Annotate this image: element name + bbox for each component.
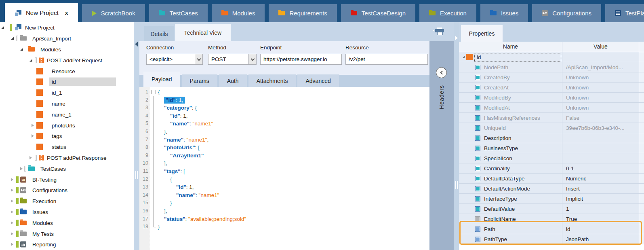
collapse-right-icon[interactable] — [455, 36, 458, 40]
code-line[interactable]: 10], — [139, 159, 429, 167]
code-line[interactable]: 5"name": "name1" — [139, 120, 429, 128]
code-line[interactable]: 11"tags": [ — [139, 167, 429, 176]
method-select[interactable]: POST — [208, 54, 257, 65]
expander-closed-icon[interactable] — [11, 178, 13, 181]
code-line[interactable]: 1−{ — [139, 88, 429, 96]
tab-technical-view[interactable]: Technical View — [175, 24, 231, 41]
tree-item-modules[interactable]: Modules — [0, 217, 134, 228]
tree-item-bi-testing[interactable]: BIBI-Testing — [0, 174, 134, 185]
tree-item-reporting[interactable]: Reporting — [0, 239, 134, 250]
code-line[interactable]: 17"status": "available;pending;sold" — [139, 215, 429, 223]
tree-item-post-addpet-response[interactable]: POST addPet Response — [0, 153, 134, 163]
fold-collapse-icon[interactable]: − — [152, 90, 156, 94]
collapse-left-icon[interactable] — [135, 42, 138, 47]
code-line[interactable]: 7"name": "name1", — [139, 136, 429, 144]
tree-item-configurations[interactable]: Configurations — [0, 185, 134, 196]
prop-row-createdby[interactable]: CreatedByUnknown — [459, 72, 644, 83]
tree-item-testcases[interactable]: TestCases — [0, 163, 134, 174]
top-tab-configurations[interactable]: Configurations — [532, 4, 601, 22]
tree-item-photourls[interactable]: photoUrls — [0, 120, 134, 131]
tree-item-resource[interactable]: Resource — [0, 66, 134, 76]
code-line[interactable]: 3"category": { — [139, 104, 429, 112]
tree-item-name[interactable]: name — [0, 98, 134, 109]
right-splitter-grip[interactable] — [455, 181, 458, 189]
top-tab-execution[interactable]: Execution — [419, 4, 476, 22]
code-line[interactable]: 18} — [139, 223, 429, 231]
expander-closed-icon[interactable] — [11, 232, 13, 235]
prop-row-modifiedat[interactable]: ModifiedAtUnknown — [459, 103, 644, 113]
prop-row-uniqueid[interactable]: UniqueId39ee7b6b-86b3-e340-... — [459, 123, 644, 133]
expander-open-icon[interactable] — [1, 26, 4, 29]
code-line[interactable]: 15} — [139, 199, 429, 207]
left-splitter-grip[interactable] — [135, 171, 138, 179]
code-line[interactable]: 12{ — [139, 176, 429, 184]
top-tab-testcasedesign[interactable]: TestCaseDesign — [341, 4, 415, 22]
top-tab-new project[interactable]: New Projectx — [5, 3, 78, 22]
code-line[interactable]: 13"id": 1, — [139, 183, 429, 191]
code-line[interactable]: 6}, — [139, 128, 429, 136]
expander-closed-icon[interactable] — [29, 156, 32, 159]
prop-row-interfacetype[interactable]: InterfaceTypeImplicit — [459, 194, 644, 204]
expander-open-icon[interactable] — [29, 59, 32, 61]
endpoint-input[interactable]: https://petstore.swagger.io — [260, 54, 342, 65]
expander-closed-icon[interactable] — [20, 167, 23, 170]
tree-item-status[interactable]: status — [0, 142, 134, 153]
close-tab-icon[interactable]: x — [65, 10, 68, 16]
prop-row-modifiedby[interactable]: ModifiedByUnknown — [459, 93, 644, 103]
code-line[interactable]: 2"id": 1, — [139, 96, 429, 104]
top-tab-issues[interactable]: Issues — [480, 4, 528, 22]
subtab-payload[interactable]: Payload — [143, 72, 180, 87]
code-line[interactable]: 9"ArrayItem1" — [139, 152, 429, 160]
prop-row-defaultdatatype[interactable]: DefaultDataTypeNumeric — [459, 174, 644, 184]
code-line[interactable]: 14"name": "name1" — [139, 191, 429, 199]
expander-closed-icon[interactable] — [11, 221, 13, 225]
code-line[interactable]: 16], — [139, 207, 429, 215]
prop-row-specialicon[interactable]: SpecialIcon — [459, 153, 644, 163]
tree-item-my-tests[interactable]: My Tests — [0, 228, 134, 239]
top-tab-testplanning[interactable]: TestPlanning — [605, 4, 644, 22]
prop-row-pathtype[interactable]: PathTypeJsonPath — [459, 234, 644, 244]
expander-closed-icon[interactable] — [11, 199, 13, 203]
resource-input[interactable]: /v2/pet — [345, 54, 428, 65]
left-splitter[interactable] — [134, 22, 139, 250]
prop-row-cardinality[interactable]: Cardinality0-1 — [459, 163, 644, 174]
expander-closed-icon[interactable] — [11, 210, 13, 214]
expander-closed-icon[interactable] — [11, 189, 13, 192]
code-line[interactable]: 8"photoUrls": [ — [139, 144, 429, 152]
subtab-advanced[interactable]: Advanced — [297, 74, 339, 87]
tree-item-modules[interactable]: Modules — [0, 44, 134, 55]
tab-properties[interactable]: Properties — [461, 25, 503, 42]
dropdown-arrow-icon[interactable] — [248, 54, 256, 64]
prop-row-defaultactionmode[interactable]: DefaultActionModeInsert — [459, 184, 644, 194]
expander-open-icon[interactable] — [20, 48, 23, 51]
expander-closed-icon[interactable] — [11, 243, 13, 246]
headers-expand-button[interactable] — [436, 67, 447, 78]
expander-open-icon[interactable] — [462, 56, 465, 58]
tree-item-name-1[interactable]: name_1 — [0, 109, 134, 120]
prop-row-defaultvalue[interactable]: DefaultValue1 — [459, 204, 644, 214]
prop-row-businesstype[interactable]: BusinessType — [459, 143, 644, 153]
prop-row-id[interactable]: id — [459, 52, 644, 62]
subtab-attachments[interactable]: Attachments — [248, 74, 296, 87]
tree-item-id[interactable]: id — [0, 76, 134, 87]
tree-item-execution[interactable]: Execution — [0, 196, 134, 207]
tree-item-issues[interactable]: Issues — [0, 207, 134, 218]
connection-select[interactable]: <explicit> — [146, 54, 203, 65]
prop-row-createdat[interactable]: CreatedAtUnknown — [459, 83, 644, 93]
expander-closed-icon[interactable] — [32, 124, 34, 127]
payload-code-editor[interactable]: 1−{2"id": 1,3"category": {4"id": 1,5"nam… — [139, 87, 429, 250]
subtab-auth[interactable]: Auth — [219, 74, 247, 87]
top-tab-testcases[interactable]: TestCases — [149, 4, 208, 22]
right-splitter[interactable] — [454, 22, 459, 250]
code-line[interactable]: 4"id": 1, — [139, 112, 429, 120]
prop-row-description[interactable]: Description — [459, 133, 644, 143]
tree-item-id-1[interactable]: id_1 — [0, 87, 134, 98]
tree-item-post-addpet-request[interactable]: POST addPet Request — [0, 55, 134, 66]
tree-item-tags[interactable]: tags — [0, 131, 134, 142]
prop-row-explicitname[interactable]: ExplicitNameTrue — [459, 214, 644, 224]
tree-item-apiscan-import[interactable]: ApiScan_Import — [0, 33, 134, 44]
prop-row-path[interactable]: Pathid — [459, 224, 644, 234]
subtab-params[interactable]: Params — [182, 74, 217, 87]
prop-row-nodepath[interactable]: NodePath/ApiScan_Import/Mod... — [459, 62, 644, 72]
prop-row-hasmissingreferences[interactable]: HasMissingReferencesFalse — [459, 113, 644, 123]
